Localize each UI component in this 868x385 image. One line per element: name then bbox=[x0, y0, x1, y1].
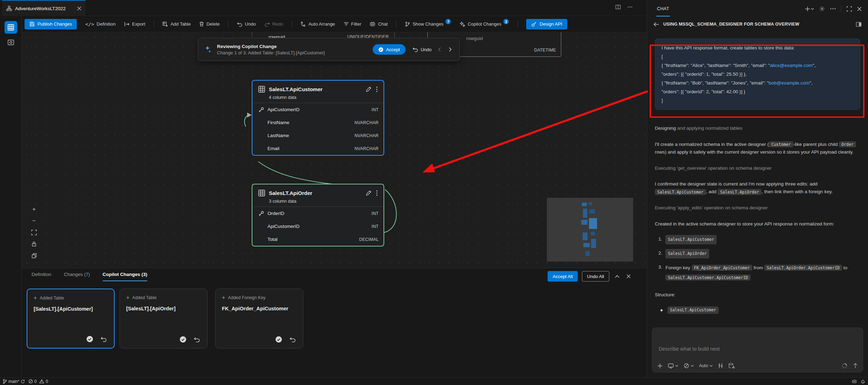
definition-button[interactable]: </> Definition bbox=[85, 21, 116, 27]
tab-changes[interactable]: Changes (7) bbox=[64, 272, 90, 281]
table-node-apiorder[interactable]: SalesLT.ApiOrder 3 column data OrderID I… bbox=[252, 184, 384, 246]
chat-input-placeholder: Describe what to build next bbox=[659, 346, 720, 352]
edit-pencil-icon[interactable] bbox=[366, 190, 372, 196]
assistant-paragraph: I'll create a normalized schema in the a… bbox=[655, 141, 860, 156]
column-row[interactable]: ApiCustomerID INT bbox=[252, 103, 384, 116]
tab-copilot-changes[interactable]: Copilot Changes (3) bbox=[103, 272, 148, 281]
kebab-menu-icon[interactable] bbox=[375, 86, 379, 92]
back-arrow-icon[interactable] bbox=[653, 22, 659, 27]
edit-pencil-icon[interactable] bbox=[366, 86, 372, 92]
change-card-apicustomer[interactable]: +Added Table [SalesLT].[ApiCustomer] bbox=[27, 289, 115, 349]
copy-layout-button[interactable] bbox=[31, 252, 37, 259]
surface-picker-button[interactable] bbox=[668, 363, 678, 369]
accept-button[interactable]: Accept bbox=[373, 44, 406, 55]
minimap[interactable] bbox=[547, 198, 633, 262]
list-item: 3. Foreign key FK_ApiOrder_ApiCustomer f… bbox=[658, 263, 860, 283]
collapse-panel-icon[interactable] bbox=[613, 275, 621, 278]
change-card-foreignkey[interactable]: +Added Foreign Key FK_ApiOrder_ApiCustom… bbox=[215, 289, 303, 349]
card-accept-icon[interactable] bbox=[179, 336, 187, 343]
maximize-icon[interactable] bbox=[847, 6, 852, 12]
more-actions-icon[interactable] bbox=[830, 8, 836, 9]
undo-button[interactable]: Undo bbox=[237, 21, 256, 27]
show-changes-button[interactable]: Show Changes 7 bbox=[405, 21, 451, 27]
auto-arrange-button[interactable]: Auto Arrange bbox=[300, 21, 335, 27]
publish-changes-button[interactable]: Publish Changes bbox=[25, 19, 77, 29]
delete-button[interactable]: Delete bbox=[199, 21, 220, 27]
chevron-down-icon bbox=[691, 365, 694, 367]
schema-canvas[interactable]: rowguid UNIQUEIDENTIFIER rowguid Date DA… bbox=[22, 32, 647, 268]
chat-panel-title[interactable]: CHAT bbox=[656, 1, 670, 16]
mode-picker-button[interactable] bbox=[684, 363, 694, 369]
model-picker-button[interactable]: Auto bbox=[699, 363, 713, 368]
toolbar-separator bbox=[396, 21, 396, 27]
operation-status: Executing 'get_overview' operation on sc… bbox=[655, 164, 860, 172]
column-row[interactable]: Email NVARCHAR bbox=[252, 142, 384, 155]
zoom-out-button[interactable]: − bbox=[31, 218, 37, 224]
filter-button[interactable]: Filter bbox=[344, 21, 361, 27]
zoom-in-button[interactable]: + bbox=[31, 206, 37, 212]
lock-button[interactable] bbox=[31, 241, 37, 247]
split-editor-icon[interactable] bbox=[615, 4, 621, 10]
table-node-apicustomer[interactable]: SalesLT.ApiCustomer 4 column data ApiCus… bbox=[252, 80, 384, 156]
schema-diagram-icon[interactable] bbox=[5, 21, 17, 34]
close-chat-icon[interactable] bbox=[857, 7, 862, 11]
close-icon[interactable] bbox=[77, 6, 81, 11]
accept-all-button[interactable]: Accept All bbox=[548, 271, 577, 282]
settings-gear-icon[interactable] bbox=[819, 6, 825, 12]
column-row[interactable]: OrderID INT bbox=[252, 207, 384, 220]
add-context-button[interactable] bbox=[657, 363, 663, 369]
spinner-icon bbox=[842, 363, 847, 369]
column-row[interactable]: FirstName NVARCHAR bbox=[252, 116, 384, 129]
code-chip: SalesLT.ApiCustomer bbox=[665, 235, 717, 244]
new-chat-button[interactable] bbox=[805, 6, 814, 12]
column-row[interactable]: ApiCustomerID INT bbox=[252, 220, 384, 233]
previous-change-button[interactable] bbox=[436, 46, 442, 53]
card-undo-icon[interactable] bbox=[101, 336, 107, 342]
copilot-status-icon[interactable] bbox=[852, 379, 857, 384]
email-link[interactable]: alice@example.com bbox=[770, 63, 813, 68]
more-actions-icon[interactable] bbox=[627, 4, 633, 10]
tab-adventureworks[interactable]: AdventureWorksLT2022 bbox=[2, 0, 86, 16]
chat-input[interactable]: Describe what to build next Auto bbox=[652, 327, 863, 372]
review-title: Reviewing Copilot Change bbox=[217, 44, 368, 49]
column-row[interactable]: Total DECIMAL bbox=[252, 233, 384, 246]
review-undo-button[interactable]: Undo bbox=[413, 47, 432, 52]
add-table-button[interactable]: Add Table bbox=[162, 21, 191, 27]
problems-status[interactable]: 0 0 bbox=[28, 379, 48, 384]
design-api-button[interactable]: Design API bbox=[526, 19, 567, 29]
bell-icon[interactable] bbox=[861, 379, 865, 384]
redo-button[interactable]: Redo bbox=[264, 21, 283, 27]
card-accept-icon[interactable] bbox=[275, 336, 283, 343]
show-changes-badge: 7 bbox=[445, 19, 451, 25]
email-link[interactable]: bob@example.com bbox=[769, 80, 810, 86]
open-in-editor-icon[interactable] bbox=[856, 22, 862, 27]
code-chip: Order bbox=[839, 141, 856, 147]
close-panel-icon[interactable] bbox=[625, 274, 632, 278]
database-warning-icon[interactable] bbox=[728, 363, 735, 369]
change-kind: Added Table bbox=[132, 295, 156, 300]
preview-icon[interactable] bbox=[6, 38, 15, 47]
tools-icon[interactable] bbox=[718, 363, 723, 369]
next-change-button[interactable] bbox=[447, 46, 453, 53]
tab-definition[interactable]: Definition bbox=[32, 272, 51, 281]
robot-icon bbox=[369, 21, 375, 27]
chat-button[interactable]: Chat bbox=[369, 21, 387, 27]
fit-view-button[interactable] bbox=[31, 229, 37, 236]
card-accept-icon[interactable] bbox=[86, 335, 94, 343]
layout-graph-icon bbox=[300, 21, 306, 27]
kebab-menu-icon[interactable] bbox=[375, 190, 379, 196]
card-undo-icon[interactable] bbox=[290, 337, 296, 342]
app-window: AdventureWorksLT2022 Publi bbox=[0, 0, 868, 385]
column-row[interactable]: LastName NVARCHAR bbox=[252, 129, 384, 142]
send-button[interactable] bbox=[853, 363, 858, 369]
column-type: DATETIME bbox=[534, 48, 556, 53]
export-icon bbox=[124, 22, 130, 27]
change-card-apiorder[interactable]: +Added Table [SalesLT].[ApiOrder] bbox=[120, 289, 208, 349]
undo-all-button[interactable]: Undo All bbox=[582, 271, 609, 282]
card-undo-icon[interactable] bbox=[194, 337, 200, 342]
chevron-down-icon bbox=[675, 365, 678, 367]
copilot-changes-button[interactable]: Copilot Changes 3 bbox=[460, 21, 509, 27]
source-control-icon bbox=[405, 21, 410, 27]
export-button[interactable]: Export bbox=[124, 21, 145, 27]
branch-status[interactable]: main* bbox=[3, 379, 25, 384]
